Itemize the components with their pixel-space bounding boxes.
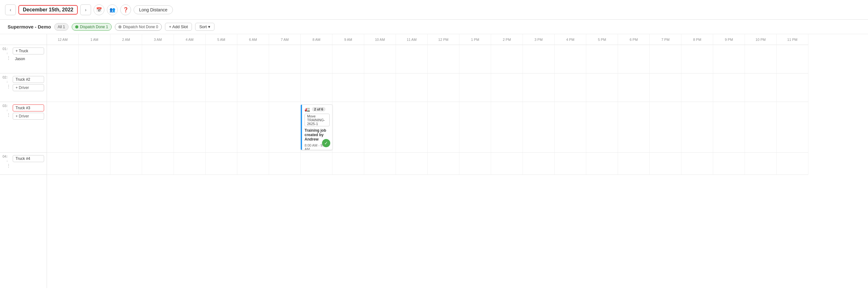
row4-up-arrow[interactable]: ↑	[6, 154, 11, 158]
event-done-check: ✓	[322, 139, 330, 147]
add-driver-2[interactable]: + Driver	[13, 84, 44, 91]
top-header: ‹ December 15th, 2022 › 📅 👥 ❓ Long Dista…	[0, 0, 868, 20]
time-11pm: 11 PM	[777, 34, 808, 45]
grid-cell-1-10pm	[745, 45, 777, 73]
row2-more-icon[interactable]: ⋮	[6, 84, 11, 88]
grid-cell-4-5pm	[586, 153, 618, 175]
grid-cell-1-7pm	[650, 45, 681, 73]
grid-cell-3-7am	[269, 102, 301, 152]
team-button[interactable]: 👥	[107, 4, 118, 15]
grid-cell-4-12am	[47, 153, 79, 175]
badge-all[interactable]: All 1	[54, 23, 68, 31]
row4-down-arrow[interactable]: ↓	[6, 159, 11, 163]
row-controls-3: ↑ ↓ ⋮	[6, 104, 11, 117]
time-4am: 4 AM	[174, 34, 206, 45]
grid-cell-3-9am	[333, 102, 364, 152]
row1-up-arrow[interactable]: ↑	[6, 47, 11, 51]
sort-button[interactable]: Sort ▾	[195, 23, 214, 31]
time-header: 12 AM 1 AM 2 AM 3 AM 4 AM 5 AM 6 AM 7 AM…	[47, 34, 808, 45]
grid-cell-1-3am	[142, 45, 174, 73]
badge-notdone-label: Dispatch Not Done 0	[123, 25, 158, 29]
grid-cell-3-9pm	[713, 102, 745, 152]
grid-cell-1-4am	[174, 45, 206, 73]
grid-cell-1-1am	[79, 45, 111, 73]
help-button[interactable]: ❓	[120, 4, 131, 15]
time-3pm: 3 PM	[523, 34, 555, 45]
grid-cell-3-8pm	[681, 102, 713, 152]
grid-cell-1-12am	[47, 45, 79, 73]
crew-row-4: 04. ↑ ↓ ⋮ Truck #4	[0, 153, 46, 175]
crew-row-3: 03. ↑ ↓ ⋮ Truck #3 + Driver	[0, 102, 46, 153]
grid-cell-1-10am	[364, 45, 396, 73]
time-3am: 3 AM	[142, 34, 174, 45]
grid-cell-2-1pm	[459, 73, 491, 102]
truck-pill-4[interactable]: Truck #4	[13, 155, 44, 162]
grid-cell-1-1pm	[459, 45, 491, 73]
event-move-badge[interactable]: Move TRAINING-2625-1	[305, 114, 330, 126]
time-6am: 6 AM	[237, 34, 269, 45]
grid-cell-3-5am	[206, 102, 237, 152]
grid-cell-4-6am	[237, 153, 269, 175]
grid-cell-2-1am	[79, 73, 111, 102]
grid-cell-1-11am	[396, 45, 428, 73]
grid-cell-1-2am	[111, 45, 142, 73]
grid-cell-4-9am	[333, 153, 364, 175]
time-1pm: 1 PM	[459, 34, 491, 45]
badge-dispatch-notdone[interactable]: Dispatch Not Done 0	[115, 23, 162, 31]
timeline-scroll[interactable]: 12 AM 1 AM 2 AM 3 AM 4 AM 5 AM 6 AM 7 AM…	[47, 34, 868, 288]
row2-down-arrow[interactable]: ↓	[6, 80, 11, 83]
grid-cell-2-6am	[237, 73, 269, 102]
grid-cell-2-2pm	[491, 73, 523, 102]
truck-pill-2[interactable]: Truck #2	[13, 76, 44, 83]
truck-pill-1[interactable]: + Truck	[13, 47, 44, 55]
time-5am: 5 AM	[206, 34, 237, 45]
grid-cell-2-11pm	[777, 73, 808, 102]
add-slot-button[interactable]: + Add Slot	[165, 23, 192, 31]
crew-row-2: 02. ↑ ↓ ⋮ Truck #2 + Driver	[0, 73, 46, 102]
grid-cell-3-10pm	[745, 102, 777, 152]
grid-cell-3-2pm	[491, 102, 523, 152]
grid-cell-2-4am	[174, 73, 206, 102]
row1-more-icon[interactable]: ⋮	[6, 56, 11, 60]
truck-pill-3[interactable]: Truck #3	[13, 105, 44, 111]
grid-row-3: 🚛 2 of 6 Move TRAINING-2625-1 Training j…	[47, 102, 808, 153]
grid-cell-2-5am	[206, 73, 237, 102]
row3-down-arrow[interactable]: ↓	[6, 108, 11, 112]
next-date-button[interactable]: ›	[80, 4, 91, 15]
row1-down-arrow[interactable]: ↓	[6, 51, 11, 55]
grid-cell-4-12pm	[428, 153, 459, 175]
grid-cell-4-1am	[79, 153, 111, 175]
grid-cell-3-11pm	[777, 102, 808, 152]
grid-cell-1-12pm	[428, 45, 459, 73]
prev-date-button[interactable]: ‹	[5, 4, 16, 15]
grid-cell-3-5pm	[586, 102, 618, 152]
grid-cell-2-8pm	[681, 73, 713, 102]
grid-cell-1-7am	[269, 45, 301, 73]
row2-up-arrow[interactable]: ↑	[6, 75, 11, 79]
grid-cell-4-5am	[206, 153, 237, 175]
subheader: Supermove - Demo All 1 Dispatch Done 1 D…	[0, 20, 868, 34]
grid-cell-4-2am	[111, 153, 142, 175]
grid-cell-3-3am	[142, 102, 174, 152]
driver-label-1[interactable]: Jason	[13, 56, 44, 62]
grid-cell-2-9pm	[713, 73, 745, 102]
row3-up-arrow[interactable]: ↑	[6, 104, 11, 108]
grid-cell-3-11am	[396, 102, 428, 152]
grid-rows: 🚛 2 of 6 Move TRAINING-2625-1 Training j…	[47, 45, 808, 175]
grid-cell-4-1pm	[459, 153, 491, 175]
add-driver-3[interactable]: + Driver	[13, 113, 44, 120]
row3-more-icon[interactable]: ⋮	[6, 113, 11, 117]
row-controls-4: ↑ ↓ ⋮	[6, 154, 11, 168]
row4-more-icon[interactable]: ⋮	[6, 164, 11, 168]
badge-dispatch-done[interactable]: Dispatch Done 1	[72, 23, 112, 31]
grid-cell-4-7pm	[650, 153, 681, 175]
grid-cell-2-10pm	[745, 73, 777, 102]
grid-cell-4-10pm	[745, 153, 777, 175]
event-card[interactable]: 🚛 2 of 6 Move TRAINING-2625-1 Training j…	[301, 105, 333, 150]
calendar-button[interactable]: 📅	[94, 4, 104, 15]
long-distance-button[interactable]: Long Distance	[133, 5, 173, 14]
grid-cell-2-6pm	[618, 73, 650, 102]
row-labels: 01. ↑ ↓ ⋮ + Truck Jason 02. ↑ ↓ ⋮ Truck …	[0, 34, 47, 288]
grid-cell-3-6am	[237, 102, 269, 152]
grid-cell-2-9am	[333, 73, 364, 102]
